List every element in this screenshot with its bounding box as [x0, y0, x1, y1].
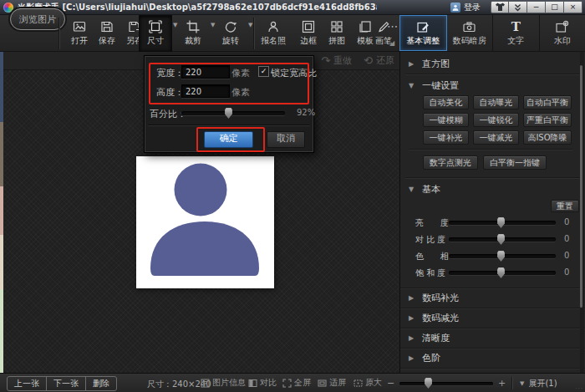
- auto-exposure-button[interactable]: 自动曝光: [473, 95, 519, 109]
- percent-slider-thumb[interactable]: [225, 108, 232, 119]
- window-controls: − □ ×: [491, 1, 582, 13]
- next-photo-button[interactable]: 下一张: [46, 377, 85, 390]
- browse-images-button[interactable]: 浏览图片: [10, 8, 65, 30]
- rotate-icon: [223, 19, 238, 34]
- lock-aspect-checkbox[interactable]: ✓: [258, 66, 269, 77]
- avatar-placeholder-image: [136, 156, 274, 288]
- restore-button[interactable]: ⟲ 还原: [364, 54, 394, 67]
- dialog-divider: [148, 125, 310, 126]
- statusbar-separator: [511, 377, 512, 389]
- digital-spot-metering-button[interactable]: 数字点测光: [423, 155, 478, 170]
- slider-row: 色 相 0: [400, 249, 585, 264]
- prev-photo-button[interactable]: 上一张: [8, 377, 46, 390]
- original-size-button[interactable]: 原大: [354, 377, 382, 389]
- login-button[interactable]: 登录: [450, 2, 481, 13]
- toolbar-expand-corner-icon[interactable]: ◢: [389, 39, 394, 47]
- login-label: 登录: [464, 2, 481, 13]
- zoom-out-button[interactable]: −: [387, 378, 394, 389]
- resize-grip-icon[interactable]: ...: [575, 384, 583, 390]
- brightness-slider[interactable]: [449, 221, 556, 225]
- oneclick-sharpen-button[interactable]: 一键锐化: [473, 113, 519, 127]
- id-photo-button[interactable]: 报名照: [256, 16, 291, 51]
- contrast-slider[interactable]: [449, 237, 556, 242]
- redo-button[interactable]: ↷ 重做: [321, 54, 352, 67]
- height-label: 高度：: [156, 86, 184, 99]
- fit-screen-icon: [318, 379, 327, 388]
- brightness-slider-thumb[interactable]: [497, 217, 505, 228]
- white-balance-one-key-button[interactable]: 白平衡一指键: [483, 155, 547, 170]
- section-basic[interactable]: ▼ 基本: [400, 180, 585, 198]
- cancel-button[interactable]: 取消: [267, 131, 305, 148]
- tab-basic-adjust[interactable]: 基本调整: [399, 15, 447, 51]
- menu-chevron-button[interactable]: [509, 1, 527, 13]
- text-tab-icon: T: [511, 20, 521, 33]
- expand-panel-button[interactable]: ▼ 展开(1): [520, 378, 557, 389]
- status-bar: 上一张 下一张 删除 尺寸：240×240 图片信息 对比 全屏 适屏 原大 −…: [0, 373, 585, 392]
- metering-buttons: 数字点测光 白平衡一指键: [423, 155, 547, 170]
- tab-digital-darkroom[interactable]: 数码暗房: [447, 15, 494, 51]
- auto-white-balance-button[interactable]: 自动白平衡: [523, 95, 572, 109]
- collapsed-arrow-icon: ▶: [409, 60, 415, 68]
- fit-screen-button[interactable]: 适屏: [318, 377, 346, 389]
- oneclick-fill-light-button[interactable]: 一键补光: [423, 130, 469, 145]
- collage-button[interactable]: 拼图: [321, 16, 353, 51]
- reset-button[interactable]: 重置: [551, 200, 579, 212]
- sidebar-scrollbar-thumb[interactable]: [580, 65, 582, 308]
- resize-dialog: 宽度： 像素 ✓ 锁定宽高比 高度： 像素 百分比： 92% 确定 取消: [144, 55, 314, 153]
- zoom-in-button[interactable]: +: [498, 378, 506, 389]
- maximize-button[interactable]: □: [546, 1, 564, 13]
- restore-icon: ⟲: [364, 54, 373, 67]
- toolbar-separator: [58, 18, 59, 49]
- section-digital-fill-light[interactable]: ▶ 数码补光: [400, 288, 585, 308]
- watermark-icon: [555, 20, 569, 33]
- hue-slider-thumb[interactable]: [497, 251, 505, 262]
- open-icon: [72, 19, 87, 34]
- auto-beautify-button[interactable]: 自动美化: [423, 95, 469, 109]
- section-clarity[interactable]: ▶ 清晰度: [400, 328, 585, 348]
- percent-slider[interactable]: [181, 111, 285, 115]
- minimize-button[interactable]: −: [527, 1, 546, 13]
- tab-watermark[interactable]: 水印: [540, 15, 585, 51]
- sidebar-scrollbar[interactable]: [580, 52, 584, 373]
- section-oneclick-settings[interactable]: ▼ 一键设置: [400, 76, 585, 94]
- width-unit-label: 像素: [231, 67, 250, 79]
- hue-slider[interactable]: [449, 254, 556, 258]
- zoom-slider-thumb[interactable]: [425, 378, 432, 389]
- width-input[interactable]: [181, 65, 230, 79]
- delete-photo-button[interactable]: 删除: [85, 377, 116, 390]
- saturation-slider-thumb[interactable]: [497, 267, 505, 278]
- contrast-slider-thumb[interactable]: [497, 234, 505, 245]
- fullscreen-button[interactable]: 全屏: [282, 377, 311, 389]
- sidebar-divider: [405, 177, 580, 178]
- ok-button[interactable]: 确定: [204, 131, 253, 148]
- lock-aspect-label: 锁定宽高比: [271, 67, 317, 79]
- darkroom-camera-icon: [462, 20, 476, 33]
- section-digital-dim[interactable]: ▶ 数码减光: [400, 308, 585, 328]
- oneclick-blur-button[interactable]: 一键模糊: [423, 113, 469, 127]
- zoom-slider[interactable]: [399, 382, 493, 385]
- close-button[interactable]: ×: [564, 1, 582, 13]
- crop-button[interactable]: 裁剪: [177, 16, 209, 51]
- rotate-button[interactable]: 旋转: [215, 16, 247, 51]
- oneclick-button-grid: 自动美化 自动曝光 自动白平衡 一键模糊 一键锐化 严重白平衡 一键补光 一键减…: [423, 95, 572, 145]
- section-histogram[interactable]: ▶ 直方图: [400, 54, 585, 73]
- saturation-slider[interactable]: [449, 271, 556, 275]
- section-levels[interactable]: ▶ 色阶: [400, 348, 585, 368]
- border-button[interactable]: 边框: [292, 16, 324, 51]
- severe-white-balance-button[interactable]: 严重白平衡: [523, 113, 572, 127]
- rotate-dropdown-caret[interactable]: ▼: [248, 22, 252, 28]
- app-logo-icon: [3, 3, 13, 13]
- high-iso-denoise-button[interactable]: 高ISO降噪: [523, 130, 572, 145]
- tab-text[interactable]: T 文字: [493, 15, 540, 51]
- size-button[interactable]: 尺寸: [140, 16, 171, 51]
- percent-value: 92%: [297, 108, 315, 117]
- more-tools-button[interactable]: ⋯: [387, 20, 399, 33]
- height-input[interactable]: [181, 84, 230, 98]
- compare-button[interactable]: 对比: [248, 377, 277, 389]
- oneclick-dim-button[interactable]: 一键减光: [473, 130, 519, 145]
- crop-icon: [186, 19, 201, 34]
- collapsed-arrow-icon: ▶: [409, 294, 415, 302]
- image-info-button[interactable]: 图片信息: [201, 377, 246, 389]
- skin-button[interactable]: [491, 1, 509, 13]
- save-icon: [99, 19, 114, 34]
